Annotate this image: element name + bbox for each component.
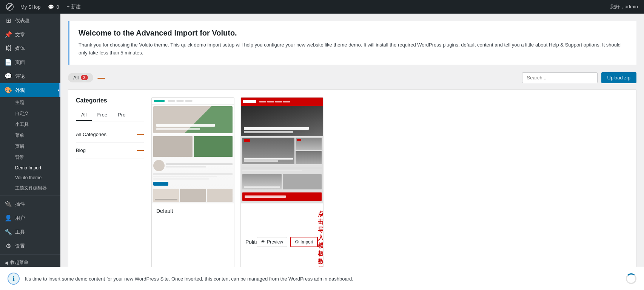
sidebar-item-appearance[interactable]: 🎨 外观 [0, 83, 60, 97]
filter-dash: — [98, 73, 105, 82]
wp-logo[interactable] [3, 0, 17, 14]
submenu-demo-import[interactable]: Demo Import [0, 163, 60, 173]
submenu-customize[interactable]: 自定义 [0, 108, 60, 119]
upload-zip-button[interactable]: Upload zip [601, 72, 636, 83]
demo-count-badge: 2 [81, 75, 88, 80]
politics-card-actions: 👁 Preview ⚙ Import [257, 237, 318, 247]
new-item-button[interactable]: + 新建 [63, 0, 85, 14]
eye-icon: 👁 [261, 239, 265, 245]
cat-tab-pro[interactable]: Pro [112, 109, 131, 121]
comments-icon: 💬 [5, 73, 12, 80]
welcome-desc: Thank you for choosing the Voluto theme.… [79, 41, 627, 57]
demo-container: Categories All Free Pro All Categories —… [68, 89, 636, 287]
filter-row: All 2 — Upload zip [68, 72, 636, 83]
politics-theme-preview [241, 98, 323, 203]
cat-item-all-categories[interactable]: All Categories — [76, 127, 144, 143]
sidebar-item-dashboard[interactable]: ⊞ 仪表盘 [0, 14, 60, 28]
tools-icon: 🔧 [5, 228, 12, 236]
submenu-widgets[interactable]: 小工具 [0, 119, 60, 130]
submenu-header[interactable]: 页眉 [0, 141, 60, 152]
cat-tab-all[interactable]: All [76, 109, 92, 121]
notification-bar: ℹ It's time to insert some demo content … [0, 267, 644, 290]
settings-icon: ⚙ [5, 242, 12, 250]
collapse-icon: ◀ [5, 260, 8, 265]
notification-text: It's time to insert some demo content fo… [25, 276, 621, 282]
dashboard-icon: ⊞ [5, 17, 12, 24]
sidebar-item-media[interactable]: 🖼 媒体 [0, 42, 60, 55]
demo-card-politics-thumb [241, 98, 323, 203]
sidebar-item-posts[interactable]: 📌 文章 [0, 28, 60, 42]
demo-card-default-thumb [152, 98, 234, 203]
demo-politics-title: Politi [245, 239, 257, 245]
admin-bar: My SHop 💬 0 + 新建 您好，admin [0, 0, 644, 14]
submenu-background[interactable]: 背景 [0, 152, 60, 163]
users-icon: 👤 [5, 214, 12, 222]
demo-cards: Default [151, 97, 629, 279]
active-arrow [58, 87, 61, 93]
sidebar-item-comments[interactable]: 💬 评论 [0, 69, 60, 83]
demo-card-default: Default [151, 97, 234, 279]
submenu-menus[interactable]: 菜单 [0, 130, 60, 141]
media-icon: 🖼 [5, 45, 12, 52]
all-filter-badge[interactable]: All 2 [68, 73, 93, 82]
welcome-banner: Welcome to the Advanced Import for Volut… [68, 21, 636, 65]
site-name[interactable]: My SHop [17, 0, 44, 14]
sidebar-item-tools[interactable]: 🔧 工具 [0, 225, 60, 239]
preview-header [152, 98, 234, 105]
submenu-themes[interactable]: 主题 [0, 97, 60, 108]
categories-panel: Categories All Free Pro All Categories —… [76, 97, 144, 279]
cat-blog-dash: — [137, 146, 144, 154]
sidebar-item-users[interactable]: 👤 用户 [0, 211, 60, 225]
filter-right: Upload zip [522, 72, 636, 83]
admin-greeting: 您好，admin [610, 3, 641, 10]
comments-link[interactable]: 💬 0 [44, 0, 63, 14]
plugins-icon: 🔌 [5, 200, 12, 208]
comment-icon: 💬 [48, 4, 54, 10]
filter-left: All 2 — [68, 73, 105, 82]
wp-wrap: ⊞ 仪表盘 📌 文章 🖼 媒体 📄 页面 💬 评论 🎨 外观 主题 自定义 小工… [0, 14, 644, 290]
welcome-title: Welcome to the Advanced Import for Volut… [79, 29, 627, 37]
pages-icon: 📄 [5, 59, 12, 66]
cat-all-dash: — [137, 130, 144, 138]
search-input[interactable] [522, 72, 598, 83]
cat-item-blog[interactable]: Blog — [76, 143, 144, 158]
posts-icon: 📌 [5, 31, 12, 38]
wordpress-icon [6, 3, 14, 11]
appearance-icon: 🎨 [5, 87, 12, 94]
info-icon: ℹ [8, 273, 20, 285]
import-icon: ⚙ [295, 239, 299, 245]
categories-title: Categories [76, 97, 144, 104]
admin-menu: ⊞ 仪表盘 📌 文章 🖼 媒体 📄 页面 💬 评论 🎨 外观 主题 自定义 小工… [0, 14, 60, 290]
submenu-voluto-theme[interactable]: Voluto theme [0, 173, 60, 183]
default-theme-preview [152, 98, 234, 203]
preview-button[interactable]: 👁 Preview [257, 237, 287, 247]
demo-card-politics: Politi 👁 Preview ⚙ Import 点击导入模板数据 [240, 97, 324, 279]
category-tabs: All Free Pro [76, 109, 144, 121]
submenu-theme-editor[interactable]: 主题文件编辑器 [0, 183, 60, 194]
sidebar-item-plugins[interactable]: 🔌 插件 [0, 197, 60, 211]
menu-divider [0, 195, 60, 195]
sidebar-item-pages[interactable]: 📄 页面 [0, 55, 60, 69]
import-button[interactable]: ⚙ Import [290, 237, 318, 247]
sidebar-item-settings[interactable]: ⚙ 设置 [0, 239, 60, 253]
main-content: Welcome to the Advanced Import for Volut… [60, 14, 644, 290]
demo-default-title: Default [152, 203, 234, 218]
menu-divider-2 [0, 254, 60, 255]
cat-tab-free[interactable]: Free [92, 109, 112, 121]
loading-spinner [626, 273, 636, 284]
